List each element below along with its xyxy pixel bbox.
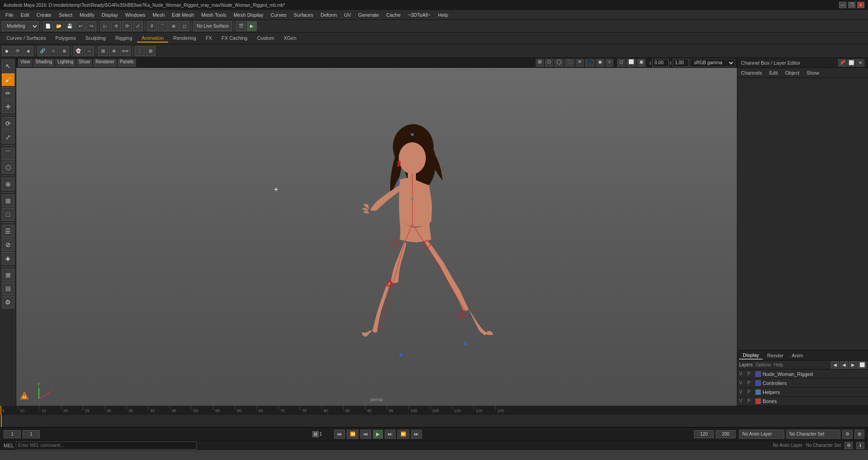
attribute-editor-toggle[interactable]: ⊟: [2, 282, 14, 295]
anim-key-button[interactable]: ◆: [2, 46, 12, 56]
prev-key-button[interactable]: ⏮: [360, 430, 371, 439]
redo-button[interactable]: ↪: [86, 21, 96, 31]
current-frame-input[interactable]: [4, 430, 21, 438]
menu-3dtoall[interactable]: ~3DToAll~: [404, 11, 434, 19]
layer-prev-button[interactable]: ◀: [831, 361, 839, 369]
vp-gamma-max-field[interactable]: [673, 59, 689, 67]
menu-deform[interactable]: Deform: [317, 11, 340, 19]
timeline-content[interactable]: [0, 415, 868, 427]
select-tool-button[interactable]: ↖: [2, 60, 14, 72]
step-forward-button[interactable]: ⏩: [397, 430, 409, 439]
menu-create[interactable]: Create: [33, 11, 55, 19]
layer-tab-display[interactable]: Display: [739, 351, 763, 360]
tab-animation[interactable]: Animation: [137, 34, 168, 43]
vp-shading-menu[interactable]: Shading: [33, 59, 55, 67]
anim-parent-button[interactable]: ⊕: [59, 46, 69, 56]
anim-pivot-button[interactable]: ⊞: [98, 46, 108, 56]
paint-tool-button[interactable]: 🖌: [2, 73, 14, 86]
tab-fx-caching[interactable]: FX Caching: [217, 34, 252, 43]
layer-v-toggle[interactable]: V: [739, 389, 745, 394]
anim-origin-button[interactable]: ⊕: [109, 46, 119, 56]
tab-polygons[interactable]: Polygons: [51, 34, 80, 43]
menu-uv[interactable]: UV: [340, 11, 354, 19]
render-settings-button[interactable]: 🎬: [236, 21, 246, 31]
menu-surfaces[interactable]: Surfaces: [290, 11, 317, 19]
layer-p-toggle[interactable]: P: [747, 398, 754, 403]
status-settings-button[interactable]: ⚙: [844, 442, 853, 449]
open-scene-button[interactable]: 📂: [54, 21, 64, 31]
vp-smooth-toggle[interactable]: ◯: [554, 59, 564, 67]
vp-show-menu[interactable]: Show: [76, 59, 92, 67]
total-frames-input[interactable]: [716, 430, 736, 438]
menu-mesh-tools[interactable]: Mesh Tools: [198, 11, 230, 19]
layer-tab-anim[interactable]: Anim: [788, 352, 807, 359]
undo-button[interactable]: ↩: [75, 21, 85, 31]
live-surface-button[interactable]: No Live Surface: [193, 21, 232, 31]
panel-expand-button[interactable]: ⬜: [847, 59, 855, 66]
tab-sculpting[interactable]: Sculpting: [81, 34, 110, 43]
snap-curve-button[interactable]: ⌒: [158, 21, 168, 31]
vp-film-gate[interactable]: ▣: [637, 59, 646, 67]
layer-p-toggle[interactable]: P: [747, 380, 754, 385]
step-back-button[interactable]: ⏪: [347, 430, 359, 439]
menu-mesh-display[interactable]: Mesh Display: [230, 11, 267, 19]
menu-modify[interactable]: Modify: [76, 11, 98, 19]
anim-breakdown-button[interactable]: ◈: [24, 46, 33, 56]
tool-settings-toggle[interactable]: ⚙: [2, 296, 14, 308]
layer-expand-button[interactable]: ⬜: [858, 361, 866, 369]
curve-tool-button[interactable]: ⌒: [2, 147, 14, 160]
tab-custom[interactable]: Custom: [253, 34, 279, 43]
vp-gamma-field[interactable]: [652, 59, 669, 67]
layer-v-toggle[interactable]: V: [739, 380, 745, 385]
anim-select-hier-button[interactable]: ⋮: [135, 46, 145, 56]
vp-panels-menu[interactable]: Panels: [118, 59, 136, 67]
vp-grid-toggle[interactable]: ⊞: [536, 59, 544, 67]
tab-curves-surfaces[interactable]: Curves / Surfaces: [2, 34, 50, 43]
layers-sub-tab[interactable]: Layers: [739, 362, 753, 367]
layer-item[interactable]: V P Helpers: [737, 388, 868, 397]
anim-sym-button[interactable]: ⟺: [120, 46, 131, 56]
tab-channels[interactable]: Channels: [739, 69, 764, 76]
menu-curves[interactable]: Curves: [267, 11, 290, 19]
char-set-dropdown[interactable]: No Character Set: [786, 430, 840, 439]
vp-wireframe-toggle[interactable]: ⬡: [545, 59, 553, 67]
snap-grid-button[interactable]: #: [147, 21, 157, 31]
viewport-content[interactable]: + persp X Y Z M: [16, 68, 737, 406]
vp-lighting-menu[interactable]: Lighting: [55, 59, 75, 67]
hotbox-button[interactable]: ◈: [2, 252, 14, 265]
layer-v-toggle[interactable]: V: [739, 398, 745, 403]
tab-fx[interactable]: FX: [201, 34, 217, 43]
scale-tool[interactable]: ⤢: [133, 21, 143, 31]
menu-file[interactable]: File: [2, 11, 17, 19]
rotate-tool-button[interactable]: ⟳: [2, 117, 14, 130]
menu-windows[interactable]: Windows: [122, 11, 149, 19]
save-scene-button[interactable]: 💾: [65, 21, 75, 31]
status-info-button[interactable]: ℹ: [856, 442, 864, 449]
marking-menu-button[interactable]: ⊘: [2, 238, 14, 251]
panel-close-button[interactable]: ✕: [856, 59, 864, 66]
tab-show[interactable]: Show: [805, 69, 821, 76]
snap-button[interactable]: ⊕: [2, 178, 14, 190]
layer-item[interactable]: V P Bones: [737, 397, 868, 406]
vp-isolate-select[interactable]: ◻: [617, 59, 625, 67]
menu-edit[interactable]: Edit: [17, 11, 33, 19]
layer-next-button[interactable]: ▶: [849, 361, 857, 369]
render-button[interactable]: ▶: [247, 21, 257, 31]
viewport[interactable]: View Shading Lighting Show Renderer Pane…: [16, 58, 737, 406]
anim-ghost-button[interactable]: 👻: [73, 46, 83, 56]
range-start-input[interactable]: [23, 430, 40, 438]
vp-view-menu[interactable]: View: [18, 59, 33, 67]
options-sub-tab[interactable]: Options: [755, 362, 771, 367]
layer-prev2-button[interactable]: ◀: [840, 361, 848, 369]
go-to-end-button[interactable]: ⏭: [411, 430, 422, 439]
layer-v-toggle[interactable]: V: [739, 371, 745, 376]
tab-edit[interactable]: Edit: [767, 69, 779, 76]
command-input[interactable]: [16, 441, 197, 450]
anim-layer-dropdown[interactable]: No Anim Layer: [739, 430, 784, 439]
scale-tool-button[interactable]: ⤢: [2, 131, 14, 143]
playback-settings[interactable]: ⚙: [842, 430, 853, 439]
anim-ik-button[interactable]: ⊹: [48, 46, 58, 56]
time-ruler[interactable]: 5 10 15 20 25 30 35 40 45 50 55 60 65: [0, 406, 868, 415]
menu-generate[interactable]: Generate: [354, 11, 382, 19]
vp-shadow-toggle[interactable]: 🌑: [585, 59, 595, 67]
